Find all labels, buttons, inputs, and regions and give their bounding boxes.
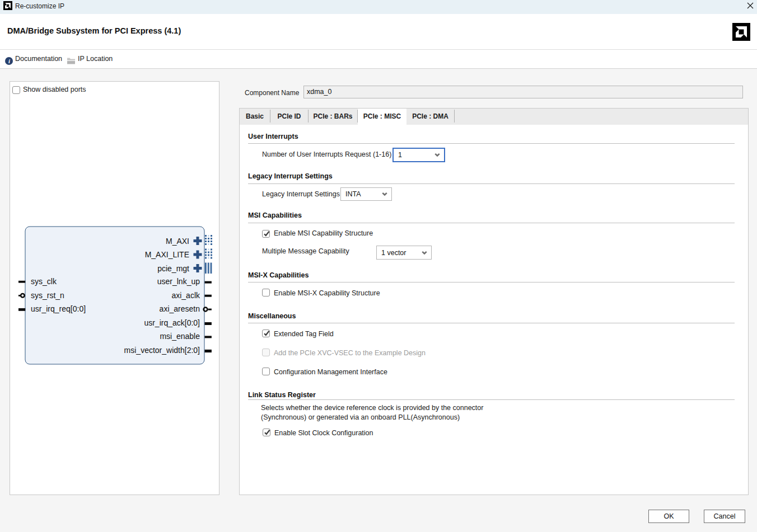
svg-text:M_AXI: M_AXI (166, 237, 189, 246)
svg-text:user_lnk_up: user_lnk_up (157, 277, 200, 286)
svg-text:axi_aclk: axi_aclk (171, 291, 200, 300)
svg-text:sys_rst_n: sys_rst_n (31, 291, 64, 300)
svg-text:M_AXI_LITE: M_AXI_LITE (145, 250, 189, 259)
svg-text:sys_clk: sys_clk (31, 277, 57, 286)
svg-text:usr_irq_req[0:0]: usr_irq_req[0:0] (31, 304, 86, 313)
svg-text:axi_aresetn: axi_aresetn (160, 304, 200, 313)
svg-text:msi_enable: msi_enable (160, 332, 200, 341)
svg-text:msi_vector_width[2:0]: msi_vector_width[2:0] (124, 346, 200, 355)
svg-text:pcie_mgt: pcie_mgt (157, 264, 189, 273)
svg-text:usr_irq_ack[0:0]: usr_irq_ack[0:0] (144, 318, 200, 327)
